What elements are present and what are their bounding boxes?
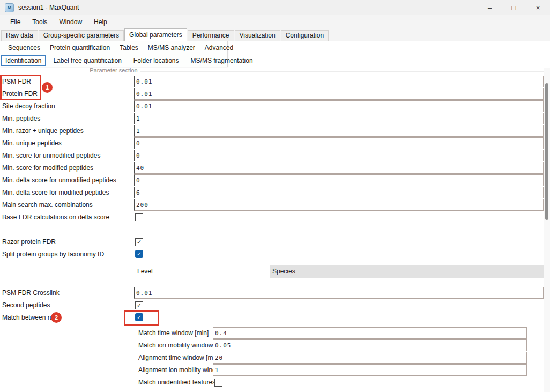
min-delta-score-for-modified-peptides-input[interactable] <box>134 187 544 198</box>
param-row-alignment-ion-mobility-windo: Alignment ion mobility windo <box>0 364 544 376</box>
param-row-psm-fdr: PSM FDR <box>0 76 544 88</box>
razor-protein-fdr-checkbox[interactable]: ✓ <box>135 238 143 246</box>
scrollbar-thumb[interactable] <box>545 83 548 220</box>
match-unidentified-features-label: Match unidentified features <box>138 376 215 389</box>
maxquant-logo-icon: M <box>5 3 14 12</box>
match-unidentified-features-checkbox[interactable] <box>214 379 222 387</box>
parameter-section-label: Parameter section <box>0 67 227 73</box>
level-selected-value: Species <box>272 268 295 275</box>
param-row-min-razor-unique-peptides: Min. razor + unique peptides <box>0 125 544 137</box>
menu-bar: FileToolsWindowHelp <box>0 15 550 28</box>
vertical-scrollbar[interactable] <box>544 68 550 392</box>
level-row: Level Species <box>0 265 544 278</box>
param-row-min-score-for-modified-peptides: Min. score for modified peptides <box>0 162 544 174</box>
site-decoy-fraction-input[interactable] <box>134 100 544 112</box>
primary-tab-bar: Raw dataGroup-specific parametersGlobal … <box>0 28 550 41</box>
tab-advanced[interactable]: Advanced <box>200 44 238 51</box>
main-search-max-combinations-input[interactable] <box>134 199 544 211</box>
min-score-for-modified-peptides-input[interactable] <box>134 162 544 174</box>
min-razor-unique-peptides-label: Min. razor + unique peptides <box>2 125 84 137</box>
menu-item-tools[interactable]: Tools <box>26 17 53 27</box>
alignment-ion-mobility-windo-label: Alignment ion mobility windo <box>138 364 219 376</box>
tab-sequences[interactable]: Sequences <box>3 44 45 51</box>
maximize-button[interactable]: □ <box>502 0 526 15</box>
main-search-max-combinations-label: Main search max. combinations <box>2 199 93 211</box>
match-between-runs-checkbox[interactable]: ✓ <box>135 313 143 321</box>
site-decoy-fraction-label: Site decoy fraction <box>2 100 55 113</box>
tab-group-specific-parameters[interactable]: Group-specific parameters <box>39 30 124 41</box>
protein-fdr-input[interactable] <box>134 88 544 100</box>
tab-ms-ms-fragmentation[interactable]: MS/MS fragmentation <box>187 55 257 66</box>
tab-label-free-quantification[interactable]: Label free quantification <box>49 55 125 66</box>
tab-raw-data[interactable]: Raw data <box>1 30 38 41</box>
menu-item-help[interactable]: Help <box>88 17 113 27</box>
match-ion-mobility-window-ir-label: Match ion mobility window [ir <box>138 339 220 352</box>
parameter-rows-main: PSM FDRProtein FDRSite decoy fractionMin… <box>0 76 544 224</box>
min-razor-unique-peptides-input[interactable] <box>134 125 544 137</box>
param-row-min-score-for-unmodified-peptides: Min. score for unmodified peptides <box>0 150 544 162</box>
alignment-ion-mobility-windo-input[interactable] <box>213 364 527 376</box>
param-row-min-delta-score-for-unmodified-peptides: Min. delta score for unmodified peptides <box>0 174 544 187</box>
psm-fdr-label: PSM FDR <box>2 76 31 88</box>
min-peptides-label: Min. peptides <box>2 113 40 125</box>
tab-visualization[interactable]: Visualization <box>235 30 280 41</box>
param-row-match-ion-mobility-window-ir: Match ion mobility window [ir <box>0 339 544 352</box>
param-row-main-search-max-combinations: Main search max. combinations <box>0 199 544 211</box>
sub-tab-panel: SequencesProtein quantificationTablesMS/… <box>0 41 228 67</box>
psm-fdr-crosslink-input[interactable] <box>134 287 544 299</box>
match-ion-mobility-window-ir-input[interactable] <box>213 339 527 351</box>
psm-fdr-input[interactable] <box>134 76 544 87</box>
min-delta-score-for-unmodified-peptides-input[interactable] <box>134 174 544 186</box>
tab-tables[interactable]: Tables <box>115 44 143 51</box>
param-row-match-unidentified-features: Match unidentified features <box>0 376 544 389</box>
min-delta-score-for-unmodified-peptides-label: Min. delta score for unmodified peptides <box>2 174 116 187</box>
param-row-min-peptides: Min. peptides <box>0 113 544 125</box>
param-row-protein-fdr: Protein FDR <box>0 88 544 100</box>
param-row-base-fdr-calculations-on-delta-score: Base FDR calculations on delta score <box>0 211 544 224</box>
min-unique-peptides-input[interactable] <box>134 137 544 149</box>
second-peptides-checkbox[interactable]: ✓ <box>135 301 143 309</box>
split-protein-groups-by-taxonomy-id-checkbox[interactable]: ✓ <box>135 250 143 258</box>
min-score-for-unmodified-peptides-label: Min. score for unmodified peptides <box>2 150 100 162</box>
maxquant-logo-letter: M <box>8 5 12 10</box>
min-unique-peptides-label: Min. unique peptides <box>2 137 62 150</box>
parameter-rows-protein-grouping: Razor protein FDR✓Split protein groups b… <box>0 236 544 261</box>
checkmark-icon: ✓ <box>137 302 142 308</box>
min-peptides-input[interactable] <box>134 113 544 124</box>
tab-folder-locations[interactable]: Folder locations <box>129 55 183 66</box>
param-row-min-unique-peptides: Min. unique peptides <box>0 137 544 150</box>
match-between-runs-label: Match between runs <box>2 312 60 324</box>
window-controls: – □ × <box>478 0 550 15</box>
minimize-icon: – <box>488 4 492 11</box>
menu-item-window[interactable]: Window <box>53 17 88 27</box>
param-row-alignment-time-window-min: Alignment time window [min] <box>0 352 544 364</box>
tab-performance[interactable]: Performance <box>188 30 234 41</box>
alignment-time-window-min-label: Alignment time window [min] <box>138 352 220 364</box>
tab-global-parameters[interactable]: Global parameters <box>124 28 187 41</box>
psm-fdr-crosslink-label: PSM FDR Crosslink <box>2 287 60 299</box>
level-select[interactable]: Species <box>270 265 544 278</box>
alignment-time-window-min-input[interactable] <box>213 352 527 364</box>
param-row-match-time-window-min: Match time window [min] <box>0 327 544 339</box>
second-peptides-label: Second peptides <box>2 299 50 312</box>
base-fdr-calculations-on-delta-score-label: Base FDR calculations on delta score <box>2 211 109 224</box>
close-button[interactable]: × <box>526 0 550 15</box>
secondary-tab-bar: SequencesProtein quantificationTablesMS/… <box>0 41 227 54</box>
tab-protein-quantification[interactable]: Protein quantification <box>45 44 115 51</box>
minimize-button[interactable]: – <box>478 0 502 15</box>
tab-configuration[interactable]: Configuration <box>281 30 329 41</box>
razor-protein-fdr-label: Razor protein FDR <box>2 236 56 248</box>
tab-identification[interactable]: Identification <box>1 55 46 66</box>
menu-item-file[interactable]: File <box>4 17 26 27</box>
param-row-match-between-runs: Match between runs✓ <box>0 312 544 324</box>
tab-ms-ms-analyzer[interactable]: MS/MS analyzer <box>143 44 200 51</box>
maximize-icon: □ <box>512 4 516 11</box>
protein-fdr-label: Protein FDR <box>2 88 38 100</box>
maxquant-window: M session1 - MaxQuant – □ × FileToolsWin… <box>0 0 550 392</box>
param-row-psm-fdr-crosslink: PSM FDR Crosslink <box>0 287 544 299</box>
base-fdr-calculations-on-delta-score-checkbox[interactable] <box>135 213 143 221</box>
level-label: Level <box>137 265 153 278</box>
match-time-window-min-input[interactable] <box>213 327 527 339</box>
min-score-for-unmodified-peptides-input[interactable] <box>134 150 544 161</box>
tertiary-tab-bar: IdentificationLabel free quantificationF… <box>0 54 227 67</box>
